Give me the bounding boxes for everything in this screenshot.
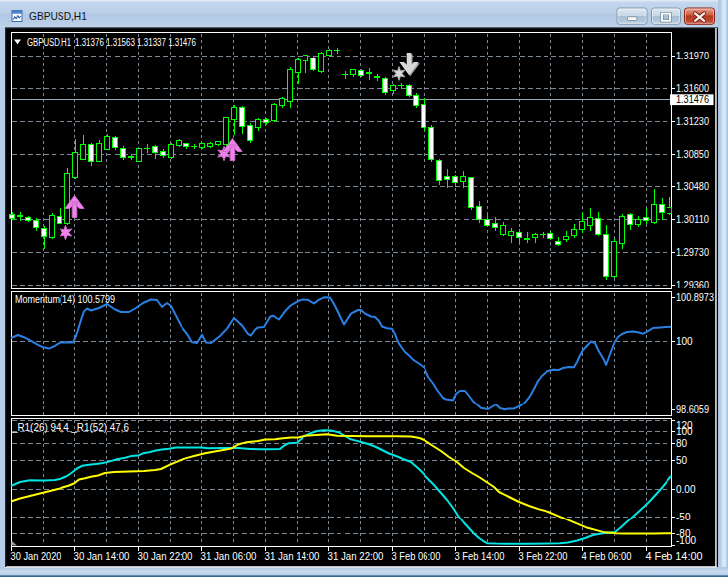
svg-text:4 Feb 14:00: 4 Feb 14:00	[646, 551, 703, 562]
svg-text:-100: -100	[676, 535, 696, 546]
svg-text:30 Jan 2020: 30 Jan 2020	[11, 551, 61, 562]
svg-text:1.31230: 1.31230	[676, 116, 709, 127]
svg-text:30 Jan 22:00: 30 Jan 22:00	[138, 551, 193, 562]
svg-text:1.31376 1.31563 1.31337 1.3147: 1.31376 1.31563 1.31337 1.31476	[75, 37, 196, 48]
svg-text:100.8973: 100.8973	[676, 292, 714, 303]
svg-text:31 Jan 14:00: 31 Jan 14:00	[265, 551, 320, 562]
svg-text:1.31600: 1.31600	[676, 83, 709, 94]
svg-text:Momentum(14) 100.5799: Momentum(14) 100.5799	[15, 294, 115, 305]
svg-text:-50: -50	[676, 512, 691, 522]
svg-text:1.31970: 1.31970	[676, 51, 709, 61]
svg-text:31 Jan 06:00: 31 Jan 06:00	[201, 551, 257, 562]
svg-text:1.30110: 1.30110	[676, 214, 709, 225]
svg-text:3 Feb 06:00: 3 Feb 06:00	[392, 551, 441, 562]
svg-text:50: 50	[676, 455, 688, 466]
svg-text:30 Jan 14:00: 30 Jan 14:00	[74, 551, 130, 562]
svg-text:98.6059: 98.6059	[676, 404, 709, 415]
svg-text:1.30480: 1.30480	[676, 181, 709, 192]
svg-text:GBPUSD,H1: GBPUSD,H1	[27, 37, 71, 48]
svg-text:0.00: 0.00	[676, 484, 696, 495]
svg-text:_R1(26) 94,4 _R1(52) 47,6: _R1(26) 94,4 _R1(52) 47,6	[11, 422, 129, 433]
svg-text:1.31476: 1.31476	[676, 94, 709, 105]
svg-text:1.29730: 1.29730	[676, 247, 709, 258]
svg-text:1.29360: 1.29360	[676, 280, 709, 290]
svg-text:GBPUSD,H1: GBPUSD,H1	[29, 11, 87, 22]
svg-text:100: 100	[676, 426, 693, 437]
svg-text:3 Feb 22:00: 3 Feb 22:00	[519, 551, 568, 562]
svg-text:3 Feb 14:00: 3 Feb 14:00	[455, 551, 505, 562]
svg-text:31 Jan 22:00: 31 Jan 22:00	[328, 551, 384, 562]
svg-text:1.30850: 1.30850	[676, 149, 709, 160]
svg-text:100: 100	[676, 336, 693, 347]
svg-text:80: 80	[676, 438, 688, 449]
svg-text:4 Feb 06:00: 4 Feb 06:00	[582, 551, 632, 562]
